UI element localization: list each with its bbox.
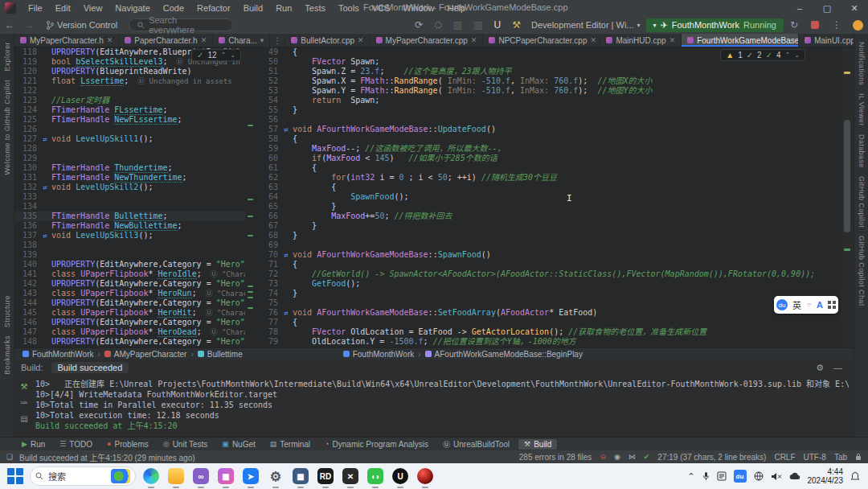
code-line[interactable]: 138: [14, 240, 245, 250]
analysis-ok-icon[interactable]: ✔: [644, 453, 650, 461]
line-number[interactable]: 68: [256, 231, 280, 240]
line-number[interactable]: 53: [256, 86, 280, 96]
line-number[interactable]: 50: [256, 57, 280, 67]
code-line[interactable]: 66 MaxFood+=50; //得把数补回去: [256, 212, 841, 221]
tool-strip-bookmarks[interactable]: Bookmarks: [3, 335, 11, 375]
lock-icon[interactable]: [855, 453, 862, 461]
code-line[interactable]: 78 FVector OldLocation = EatFood -> GetA…: [256, 327, 841, 337]
line-number[interactable]: 146: [14, 318, 39, 327]
line-number[interactable]: 54: [256, 96, 280, 105]
code-line[interactable]: 73 GetFood();: [256, 279, 841, 289]
close-tab-icon[interactable]: ✕: [669, 36, 676, 44]
code-line[interactable]: 125FTimerHandle NewFLssertime;: [14, 115, 245, 125]
running-process-widget[interactable]: ▾ ✈ FouthMonthWork Running: [646, 18, 784, 32]
code-line[interactable]: 121float Lssertime; Ⓤ Unchanged in asset…: [14, 76, 245, 86]
rerun-icon[interactable]: ↻: [785, 19, 803, 31]
tool-strip-github-copilot-chat[interactable]: GitHub Copilot Chat: [858, 236, 866, 306]
code-line[interactable]: 63 {: [256, 183, 841, 192]
prev-issue-icon[interactable]: ⌃: [785, 51, 791, 59]
ime-toolbar[interactable]: du 英 ⁘ A: [774, 296, 838, 314]
code-line[interactable]: 120UPROPERTY(BlueprintReadWrite): [14, 67, 245, 76]
code-line[interactable]: 75: [256, 298, 841, 308]
line-number[interactable]: 58: [256, 134, 280, 144]
tab-mypapercharacter-h[interactable]: MyPaperCharacter.h✕: [14, 34, 119, 47]
line-number[interactable]: 74: [256, 289, 280, 298]
taskbar-app-file-explorer[interactable]: [166, 466, 186, 486]
navigate-gutter-icon[interactable]: ⇄: [280, 308, 293, 318]
tab-mypapercharacter-cpp[interactable]: MyPaperCharacter.cpp✕: [371, 34, 484, 47]
line-ending[interactable]: CRLF: [774, 453, 795, 462]
taskbar-clock[interactable]: 4:44 2024/4/23: [808, 467, 844, 485]
taskbar-app-rider[interactable]: RD: [316, 466, 335, 486]
taskbar-app-blue-arrow-app[interactable]: ➤: [241, 466, 260, 486]
tool-window-button-unrealbuildtool[interactable]: ⓊUnrealBuildTool: [437, 438, 515, 450]
code-line[interactable]: 67 }: [256, 221, 841, 231]
tool-window-button-terminal[interactable]: ▤Terminal: [264, 439, 316, 450]
close-button[interactable]: ✕: [841, 0, 868, 16]
tab-papercharacter-h[interactable]: PaperCharacter.h✕: [119, 34, 213, 47]
taskbar-app-settings[interactable]: ⚙: [266, 466, 285, 486]
caret-position[interactable]: 27:19 (37 chars, 2 line breaks): [657, 453, 766, 462]
tool-window-button-dynamic-program-analysis[interactable]: ◔Dynamic Program Analysis: [319, 439, 434, 450]
code-line[interactable]: 142UPROPERTY(EditAnywhere,Category = "He…: [14, 279, 245, 289]
code-line[interactable]: 55}: [256, 105, 841, 115]
tab-overflow-icon[interactable]: ⋮: [270, 34, 285, 47]
error-summary[interactable]: 285 errors in 28 files: [519, 453, 592, 462]
line-number[interactable]: 78: [256, 327, 280, 337]
settings-gear-icon[interactable]: ⚙: [816, 363, 824, 373]
notification-bell-icon[interactable]: [850, 471, 860, 482]
code-line[interactable]: 131FTimerHandle NewThundertime;: [14, 173, 245, 183]
navigate-gutter-icon[interactable]: ⇄: [39, 183, 51, 192]
editor-pane-right[interactable]: 49{50 FVector Spawn;51 Spawn.Z = 23.f; /…: [256, 47, 841, 347]
line-number[interactable]: 126: [14, 125, 39, 134]
breadcrumb-item[interactable]: AMyPaperCharacter: [104, 350, 187, 359]
line-number[interactable]: 147: [14, 327, 39, 337]
code-line[interactable]: 76⇄void AFourthWorkGameModeBase::SetFood…: [256, 308, 841, 318]
line-number[interactable]: 129: [14, 154, 39, 163]
code-line[interactable]: 79 OldLocation.Y = -1500.f; //把位置设置到这个Y轴…: [256, 337, 841, 347]
line-number[interactable]: 148: [14, 337, 39, 347]
ime-font-icon[interactable]: A: [817, 300, 823, 310]
ime-language-toggle[interactable]: 英: [792, 298, 801, 311]
copilot-status-icon[interactable]: ◉: [614, 453, 620, 461]
menu-run[interactable]: Run: [270, 2, 297, 14]
inspection-widget-left[interactable]: ✓ 12 ⌃ ⌄: [191, 49, 241, 61]
filter-icon[interactable]: ≔: [20, 398, 28, 407]
code-line[interactable]: 57⇄void AFourthWorkGameModeBase::UpdateF…: [256, 125, 841, 134]
taskbar-search-box[interactable]: 搜索: [30, 466, 136, 486]
microphone-icon[interactable]: [702, 471, 710, 481]
unreal-engine-icon[interactable]: U: [489, 19, 506, 31]
line-number[interactable]: 51: [256, 67, 280, 76]
code-line[interactable]: 59 MaxFood--; //这函数被吃了调用，所以最大数--，: [256, 144, 841, 154]
tab-chara-[interactable]: Chara...▾: [213, 34, 270, 47]
line-number[interactable]: 143: [14, 289, 39, 298]
menu-build[interactable]: Build: [238, 2, 268, 14]
tray-app-icon[interactable]: [717, 471, 727, 481]
tool-strip-notifications[interactable]: Notifications: [858, 42, 866, 85]
tab-fourthworkgamemodebase-cpp[interactable]: FourthWorkGameModeBase.cpp✕: [682, 34, 799, 47]
code-line[interactable]: 77{: [256, 318, 841, 327]
line-number[interactable]: 67: [256, 221, 280, 231]
prev-issue-icon[interactable]: ⌃: [221, 51, 227, 59]
taskbar-app-calculator[interactable]: ▦: [291, 466, 310, 486]
line-number[interactable]: 76: [256, 308, 280, 318]
menu-tools[interactable]: Tools: [333, 2, 365, 14]
line-number[interactable]: 52: [256, 76, 280, 86]
code-line[interactable]: 74}: [256, 289, 841, 298]
stop-button[interactable]: [811, 21, 819, 29]
line-number[interactable]: 131: [14, 173, 39, 183]
breadcrumb-item[interactable]: FouthMonthWork: [343, 350, 415, 359]
build-console-output[interactable]: 10> 正在创建库 E:\Unreal Projects\FouthMonthW…: [35, 379, 849, 431]
tool-window-button-run[interactable]: ▶Run: [16, 439, 51, 450]
file-encoding[interactable]: UTF-8: [804, 453, 826, 462]
code-line[interactable]: 64 SpawnFood();: [256, 192, 841, 202]
code-line[interactable]: 51 Spawn.Z = 23.f; //这个是高度，23跟人物持平: [256, 67, 841, 76]
tool-window-button-problems[interactable]: ●Problems: [101, 439, 154, 450]
line-number[interactable]: 69: [256, 240, 280, 250]
line-number[interactable]: 121: [14, 76, 39, 86]
code-line[interactable]: 123//Laser定时器: [14, 96, 245, 105]
line-number[interactable]: 120: [14, 67, 39, 76]
code-line[interactable]: 52 Spawn.X = FMath::RandRange( InMin: -5…: [256, 76, 841, 86]
code-line[interactable]: 61 {: [256, 163, 841, 173]
line-number[interactable]: 56: [256, 115, 280, 125]
